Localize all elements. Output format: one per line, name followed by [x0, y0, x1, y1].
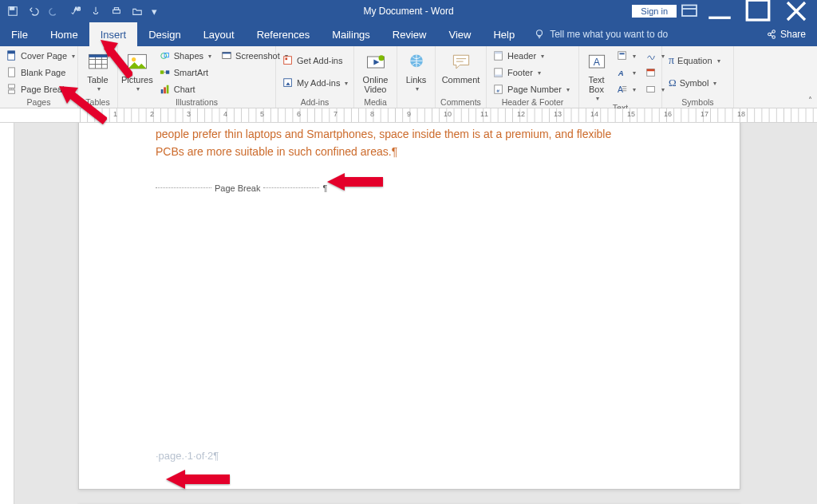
group-addins-label: Add-ins: [279, 97, 350, 108]
svg-rect-1: [10, 7, 14, 10]
tab-review[interactable]: Review: [381, 22, 438, 46]
group-text: A Text Box▾ ▾ A▾ A▾ ▾ ▾ Text: [579, 46, 662, 108]
annotation-arrow: [166, 469, 230, 490]
undo-icon[interactable]: [24, 2, 43, 21]
tab-help[interactable]: Help: [482, 22, 526, 46]
group-symbols: πEquation▾ ΩSymbol▾ Symbols: [662, 46, 734, 108]
shapes-button[interactable]: Shapes▾: [156, 48, 215, 64]
save-icon[interactable]: [3, 2, 22, 21]
annotation-arrow: [101, 40, 132, 78]
group-media-label: Media: [357, 97, 393, 108]
svg-rect-15: [9, 90, 15, 93]
svg-rect-28: [223, 53, 231, 54]
collapse-ribbon-icon[interactable]: ˄: [808, 96, 812, 104]
document-area[interactable]: people prefer thin laptops and Smartphon…: [0, 123, 817, 504]
group-comments-label: Comments: [439, 97, 483, 108]
pilcrow-icon: ¶: [392, 145, 398, 158]
horizontal-ruler[interactable]: 123456789101112131415161718: [0, 108, 817, 123]
svg-rect-5: [682, 6, 697, 17]
tab-references[interactable]: References: [246, 22, 321, 46]
tab-home[interactable]: Home: [39, 22, 89, 46]
maximize-icon[interactable]: [740, 2, 776, 21]
minimize-icon[interactable]: [702, 2, 737, 21]
annotation-arrow: [327, 171, 383, 192]
group-illus-label: Illustrations: [121, 97, 272, 108]
online-video-button[interactable]: Online Video: [358, 48, 393, 94]
svg-text:#: #: [496, 88, 499, 93]
svg-rect-23: [166, 70, 169, 73]
signature-button[interactable]: ▾: [642, 48, 658, 64]
group-media: Online Video Media: [354, 46, 397, 108]
body-text-line[interactable]: PCBs are more suitable in such confined …: [156, 143, 663, 160]
textbox-button[interactable]: A Text Box▾: [582, 48, 610, 103]
spellcheck-icon[interactable]: ABC: [65, 2, 85, 21]
svg-rect-38: [495, 75, 503, 77]
svg-rect-26: [167, 85, 169, 94]
svg-point-33: [378, 55, 384, 61]
blank-page-button[interactable]: Blank Page: [3, 65, 78, 81]
dropcap-button[interactable]: A▾: [614, 81, 639, 97]
tab-design[interactable]: Design: [137, 22, 191, 46]
share-icon: [766, 29, 777, 40]
tab-file[interactable]: File: [0, 22, 39, 46]
svg-rect-14: [9, 85, 15, 88]
share-label: Share: [780, 29, 806, 40]
svg-rect-49: [647, 87, 655, 93]
quickparts-button[interactable]: ▾: [614, 48, 639, 64]
svg-rect-25: [164, 87, 166, 93]
svg-text:ABC: ABC: [74, 6, 81, 11]
group-symbols-label: Symbols: [665, 97, 730, 108]
svg-rect-4: [114, 8, 118, 10]
get-addins-button[interactable]: Get Add-ins: [279, 53, 351, 69]
svg-rect-6: [747, 0, 769, 20]
qat-customize-icon[interactable]: ▾: [148, 2, 160, 21]
svg-rect-24: [161, 89, 164, 93]
lightbulb-icon: [534, 29, 545, 40]
titlebar-right: Sign in: [632, 2, 817, 21]
body-text-line[interactable]: people prefer thin laptops and Smartphon…: [156, 125, 663, 143]
svg-rect-36: [495, 52, 503, 54]
signin-button[interactable]: Sign in: [632, 5, 677, 18]
tell-me-label: Tell me what you want to do: [550, 29, 668, 40]
my-addins-button[interactable]: My Add-ins▾: [279, 75, 351, 91]
ribbon-display-icon[interactable]: [680, 2, 699, 21]
page-break-marker[interactable]: Page Break ¶: [156, 183, 663, 193]
chart-button[interactable]: Chart: [156, 81, 215, 97]
svg-point-7: [537, 30, 543, 36]
svg-text:A: A: [618, 69, 624, 77]
page-number-field[interactable]: ·page.·1·of·2¶: [156, 450, 219, 462]
tab-view[interactable]: View: [437, 22, 482, 46]
quickprint-icon[interactable]: [107, 2, 126, 21]
cover-page-button[interactable]: Cover Page▾: [3, 48, 78, 64]
svg-rect-31: [284, 79, 292, 87]
page-number-button[interactable]: #Page Number▾: [490, 81, 573, 97]
footer-button[interactable]: Footer▾: [490, 65, 573, 81]
links-button[interactable]: Links▾: [401, 48, 432, 93]
svg-rect-48: [647, 69, 655, 72]
vertical-ruler[interactable]: [0, 123, 14, 504]
smartart-button[interactable]: SmartArt: [156, 65, 215, 81]
tab-layout[interactable]: Layout: [192, 22, 246, 46]
wordart-button[interactable]: A▾: [614, 65, 639, 81]
svg-rect-12: [8, 51, 15, 54]
tab-mailings[interactable]: Mailings: [321, 22, 381, 46]
close-icon[interactable]: [779, 2, 814, 21]
touch-icon[interactable]: [86, 2, 105, 21]
redo-icon[interactable]: [45, 2, 64, 21]
group-links: Links▾ Links: [397, 46, 436, 108]
tell-me-search[interactable]: Tell me what you want to do: [526, 22, 668, 46]
svg-rect-3: [113, 10, 120, 13]
object-button[interactable]: ▾: [642, 81, 658, 97]
window-title: My Document - Word: [363, 6, 453, 17]
folder-icon[interactable]: [128, 2, 147, 21]
datetime-button[interactable]: [642, 65, 658, 81]
symbol-button[interactable]: ΩSymbol▾: [665, 75, 724, 91]
svg-text:A: A: [593, 57, 600, 68]
annotation-arrow: [59, 86, 107, 124]
svg-point-20: [161, 53, 167, 59]
svg-rect-13: [9, 68, 15, 77]
group-comments: Comment Comments: [436, 46, 487, 108]
header-button[interactable]: Header▾: [490, 48, 573, 64]
comment-button[interactable]: Comment: [439, 48, 483, 85]
equation-button[interactable]: πEquation▾: [665, 53, 724, 69]
